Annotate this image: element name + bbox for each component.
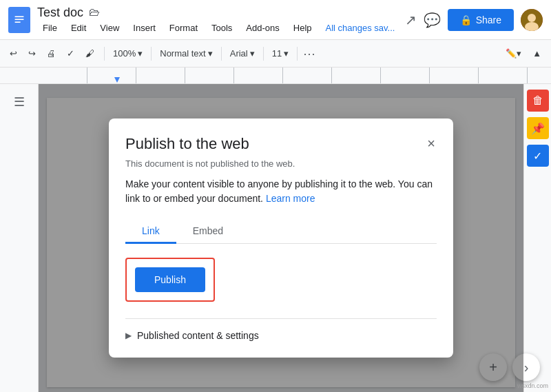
size-select[interactable]: 11 ▾ [269,45,291,61]
doc-app-icon [8,7,30,33]
modal-close-button[interactable]: × [426,135,437,152]
paint-format-button[interactable]: 🖌 [81,45,98,61]
folder-icon[interactable]: 🗁 [89,6,100,19]
menu-edit[interactable]: Edit [65,21,92,34]
publish-button-area: Publish [125,258,215,302]
zoom-value: 100% [113,48,136,59]
publish-button[interactable]: Publish [135,267,205,292]
toolbar-separator-2 [151,47,152,61]
menu-changes[interactable]: All changes sav... [320,21,401,34]
modal-overlay: Publish to the web × This document is no… [39,84,523,392]
style-value: Normal text [160,48,205,59]
menu-help[interactable]: Help [288,21,318,34]
tab-embed[interactable]: Embed [176,220,240,244]
svg-rect-3 [15,21,21,23]
user-avatar[interactable] [521,9,543,31]
size-value: 11 [272,48,282,59]
toolbar-separator-1 [104,47,105,61]
menu-format[interactable]: Format [164,21,203,34]
modal-divider [125,318,437,319]
left-sidebar: ☰ [0,84,39,392]
modal-subtitle: This document is not published to the we… [125,158,437,169]
menu-view[interactable]: View [94,21,125,34]
outline-icon[interactable]: ☰ [7,90,32,114]
bookmark-icon[interactable]: 📌 [527,117,549,139]
more-options-button[interactable]: ⋯ [303,46,315,61]
print-button[interactable]: 🖨 [43,45,60,61]
collapse-toolbar-button[interactable]: ▲ [528,45,545,61]
main-area: ☰ Publish to the web × This document is … [0,84,551,392]
comment-icon[interactable]: 💬 [424,12,441,28]
published-content-label: Published content & settings [137,330,259,341]
menu-addons[interactable]: Add-ons [240,21,284,34]
modal-description: Make your content visible to anyone by p… [125,177,437,206]
top-right-actions: ↗ 💬 🔒 Share [405,9,543,31]
style-select[interactable]: Normal text ▾ [157,45,215,61]
toolbar: ↩ ↪ 🖨 ✓ 🖌 100% ▾ Normal text ▾ Arial ▾ 1… [0,40,551,68]
ruler-marks [39,68,551,83]
undo-button[interactable]: ↩ [6,45,21,61]
modal-header: Publish to the web × [125,135,437,153]
menu-insert[interactable]: Insert [127,21,161,34]
share-label: Share [476,14,501,25]
expand-triangle-icon: ▶ [125,331,132,340]
published-content-section[interactable]: ▶ Published content & settings [125,330,437,341]
share-button[interactable]: 🔒 Share [448,9,514,31]
menu-tools[interactable]: Tools [206,21,238,34]
font-value: Arial [230,48,248,59]
svg-rect-2 [15,19,24,20]
check-icon[interactable]: ✓ [527,145,549,167]
style-chevron: ▾ [208,48,213,59]
right-sidebar: 🗑 📌 ✓ [523,84,551,392]
learn-more-link[interactable]: Learn more [266,193,315,204]
doc-title-text[interactable]: Test doc [37,6,83,20]
delete-icon[interactable]: 🗑 [527,90,549,112]
redo-button[interactable]: ↪ [24,45,40,61]
svg-point-5 [528,14,536,22]
zoom-chevron: ▾ [138,48,143,59]
doc-area: Publish to the web × This document is no… [39,84,523,392]
svg-rect-1 [15,16,24,17]
toolbar-separator-4 [263,47,264,61]
modal-title: Publish to the web [125,135,249,153]
trending-icon[interactable]: ↗ [405,12,417,28]
tab-link[interactable]: Link [125,220,176,244]
publish-modal: Publish to the web × This document is no… [109,118,453,358]
zoom-select[interactable]: 100% ▾ [110,45,145,61]
font-chevron: ▾ [250,48,255,59]
lock-icon: 🔒 [460,14,472,25]
menu-file[interactable]: File [37,21,63,34]
font-select[interactable]: Arial ▾ [227,45,258,61]
modal-tabs: Link Embed [125,220,437,244]
spell-check-button[interactable]: ✓ [63,45,79,61]
toolbar-separator-5 [297,47,298,61]
size-chevron: ▾ [284,48,289,59]
pen-tool-button[interactable]: ✏️▾ [501,45,526,61]
arrow-right-icon: › [524,360,529,375]
ruler [0,68,551,84]
toolbar-separator-3 [221,47,222,61]
top-bar: Test doc 🗁 File Edit View Insert Format … [0,0,551,40]
watermark: wsxdn.com [517,382,548,389]
